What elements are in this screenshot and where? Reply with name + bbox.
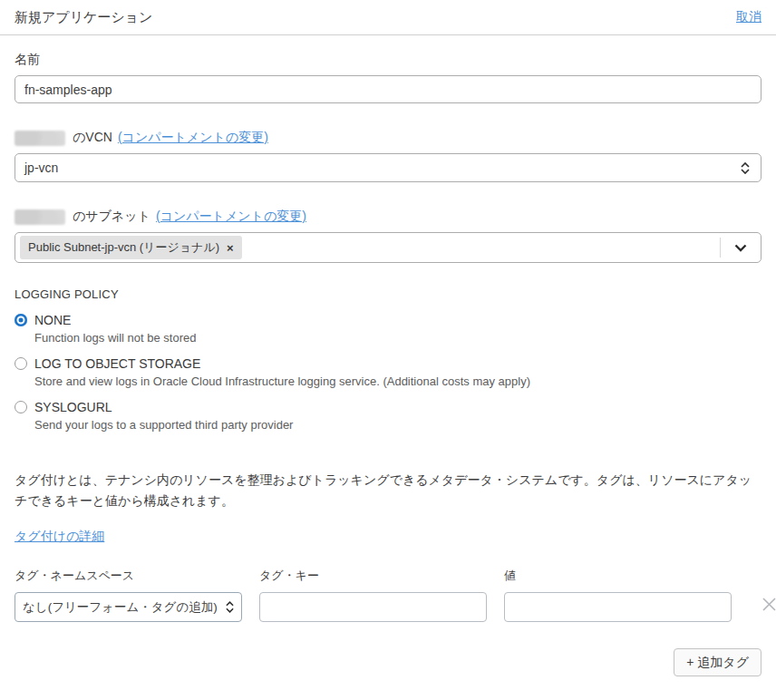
cancel-link[interactable]: 取消 [736,9,761,25]
chevron-down-icon[interactable] [721,244,761,252]
radio-description: Send your logs to a supported third part… [34,418,761,432]
add-tag-button[interactable]: + 追加タグ [674,648,761,676]
radio-option-syslogurl[interactable]: SYSLOGURL [15,400,761,414]
tag-key-input[interactable] [259,592,487,622]
multiselect-controls [720,233,761,262]
select-stepper-icon [741,162,750,174]
tag-namespace-label: タグ・ネームスペース [15,568,242,584]
radio-option-none[interactable]: NONE [15,313,761,327]
tag-namespace-select[interactable]: なし(フリーフォーム・タグの追加) [15,592,242,622]
form-body: 名前 のVCN (コンパートメントの変更) jp-vcn のサブネット (コンパ… [0,52,776,700]
tag-row: タグ・ネームスペース なし(フリーフォーム・タグの追加) タグ・キー 値 [15,568,761,622]
remove-tag-row-icon[interactable] [760,595,776,617]
subnet-label: のサブネット [73,209,150,225]
tag-key-column: タグ・キー [259,568,487,622]
radio-icon[interactable] [15,401,27,413]
tag-value-column: 値 [504,568,732,622]
radio-option-object-storage[interactable]: LOG TO OBJECT STORAGE [15,356,761,371]
tagging-description: タグ付けとは、テナンシ内のリソースを整理およびトラッキングできるメタデータ・シス… [15,470,761,511]
tag-namespace-column: タグ・ネームスペース なし(フリーフォーム・タグの追加) [15,568,242,622]
tagging-details-link[interactable]: タグ付けの詳細 [15,529,104,545]
chip-remove-icon[interactable]: × [227,242,234,254]
vcn-change-compartment-link[interactable]: (コンパートメントの変更) [118,130,268,146]
subnet-label-row: のサブネット (コンパートメントの変更) [15,209,761,225]
vcn-label-row: のVCN (コンパートメントの変更) [15,130,761,146]
vcn-select[interactable]: jp-vcn [15,153,761,182]
radio-icon[interactable] [15,357,27,370]
add-tag-row: + 追加タグ [15,648,761,676]
subnet-change-compartment-link[interactable]: (コンパートメントの変更) [156,209,306,225]
tag-value-label: 値 [504,568,732,584]
tag-key-label: タグ・キー [259,568,487,584]
vcn-label: のVCN [73,130,112,146]
subnet-multiselect[interactable]: Public Subnet-jp-vcn (リージョナル) × [15,232,761,263]
redacted-compartment-name [15,131,65,146]
tag-namespace-value: なし(フリーフォーム・タグの追加) [23,599,218,616]
radio-description: Function logs will not be stored [34,331,761,345]
name-input[interactable] [15,75,761,103]
radio-description: Store and view logs in Oracle Cloud Infr… [34,374,761,388]
radio-icon-selected[interactable] [15,314,27,326]
dialog-header: 新規アプリケーション 取消 [0,0,776,35]
redacted-compartment-name [15,209,65,225]
subnet-chip: Public Subnet-jp-vcn (リージョナル) × [20,236,242,259]
select-stepper-icon [226,601,234,613]
page-title: 新規アプリケーション [15,9,152,26]
vcn-selected-value: jp-vcn [24,160,58,175]
name-label: 名前 [15,52,761,68]
tag-value-input[interactable] [504,592,732,622]
logging-policy-title: LOGGING POLICY [15,287,761,301]
subnet-chip-label: Public Subnet-jp-vcn (リージョナル) [28,239,219,256]
